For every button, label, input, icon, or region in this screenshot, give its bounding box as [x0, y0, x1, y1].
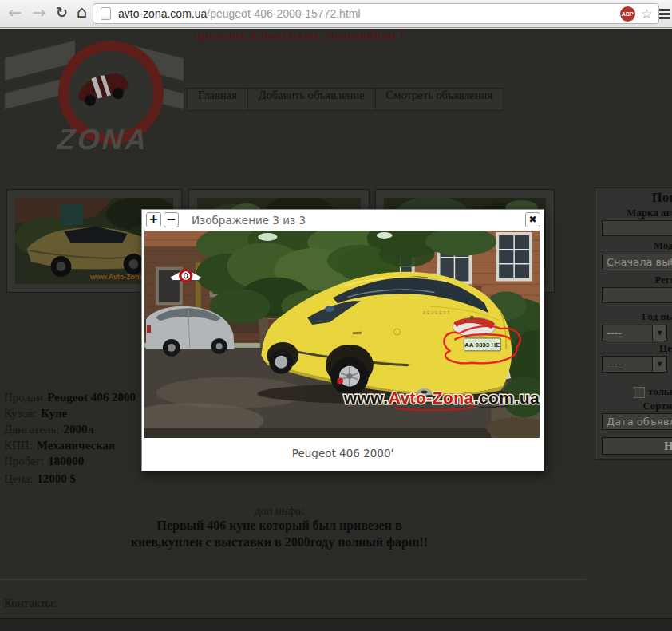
- watermark: www.Avto-Zona.com.ua: [343, 388, 540, 410]
- url-domain: avto-zona.com.ua: [118, 7, 207, 20]
- lightbox-caption: Peugeot 406 2000': [142, 438, 544, 459]
- photo-peugeot-406: PEUGEOT AA 0333 HE: [144, 231, 540, 438]
- lightbox-header: + − Изображение 3 из 3 ✖: [142, 210, 544, 230]
- page-icon: [101, 7, 111, 20]
- lightbox-title: Изображение 3 из 3: [192, 214, 306, 227]
- svg-text:AA 0333 HE: AA 0333 HE: [464, 341, 500, 349]
- reload-icon[interactable]: ↻: [56, 4, 68, 21]
- back-icon[interactable]: ←: [8, 3, 22, 22]
- adblock-icon[interactable]: ABP: [620, 6, 635, 22]
- url-text[interactable]: avto-zona.com.ua/peugeot-406-2000-15772.…: [118, 7, 620, 20]
- url-path: /peugeot-406-2000-15772.html: [207, 7, 360, 20]
- lightbox-photo[interactable]: PEUGEOT AA 0333 HE: [144, 231, 540, 438]
- close-icon[interactable]: ✖: [525, 212, 540, 227]
- zoom-in-button[interactable]: +: [146, 212, 161, 227]
- svg-text:www.Avto-Zona.com.ua: www.Avto-Zona.com.ua: [343, 388, 540, 407]
- zoom-out-button[interactable]: −: [164, 212, 179, 227]
- address-bar[interactable]: avto-zona.com.ua/peugeot-406-2000-15772.…: [93, 3, 659, 24]
- home-icon[interactable]: ⌂: [77, 2, 87, 22]
- bookmark-star-icon[interactable]: ☆: [641, 6, 653, 22]
- browser-toolbar: ← → ↻ ⌂ avto-zona.com.ua/peugeot-406-200…: [0, 0, 672, 28]
- forward-icon[interactable]: →: [32, 3, 46, 22]
- menu-icon[interactable]: [659, 9, 670, 19]
- image-lightbox: + − Изображение 3 из 3 ✖: [141, 209, 544, 471]
- svg-text:PEUGEOT: PEUGEOT: [423, 311, 451, 315]
